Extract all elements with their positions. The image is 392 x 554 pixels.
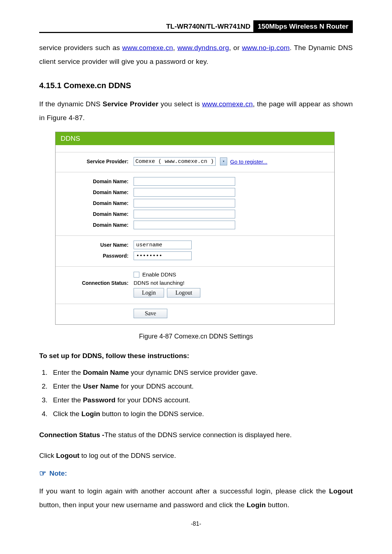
enable-ddns-label: Enable DDNS — [142, 271, 176, 278]
label-domain-3: Domain Name: — [56, 200, 134, 206]
login-button[interactable]: Login — [134, 288, 164, 297]
page-number: -81- — [39, 521, 353, 527]
instructions-heading: To set up for DDNS, follow these instruc… — [39, 352, 353, 360]
label-username: User Name: — [56, 242, 134, 248]
label-password: Password: — [56, 253, 134, 259]
label-domain-5: Domain Name: — [56, 222, 134, 228]
go-to-register-link[interactable]: Go to register... — [230, 159, 268, 165]
chevron-down-icon[interactable]: ▾ — [220, 157, 227, 165]
page-header: TL-WR740N/TL-WR741ND 150Mbps Wireless N … — [39, 20, 353, 33]
ddns-panel: DDNS Service Provider: Comexe ( www.come… — [55, 132, 335, 325]
header-model: TL-WR740N/TL-WR741ND — [39, 20, 253, 32]
label-domain-2: Domain Name: — [56, 189, 134, 195]
label-connection-status: Connection Status: — [56, 280, 134, 286]
step-1: Enter the Domain Name your dynamic DNS s… — [49, 366, 353, 379]
save-button[interactable]: Save — [134, 309, 167, 318]
section-heading: 4.15.1 Comexe.cn DDNS — [39, 81, 353, 90]
domain-name-input-3[interactable] — [134, 199, 235, 208]
step-2: Enter the User Name for your DDNS accoun… — [49, 379, 353, 393]
label-domain-1: Domain Name: — [56, 178, 134, 184]
domain-name-input-4[interactable] — [134, 210, 235, 218]
link-comexe[interactable]: www.comexe.cn — [122, 44, 173, 52]
intro-paragraph: service providers such as www.comexe.cn,… — [39, 41, 353, 69]
logout-desc: Click Logout to log out of the DDNS serv… — [39, 449, 353, 463]
figure-caption: Figure 4-87 Comexe.cn DDNS Settings — [39, 333, 353, 340]
header-product: 150Mbps Wireless N Router — [253, 20, 353, 32]
password-input[interactable] — [134, 251, 192, 260]
label-service-provider: Service Provider: — [56, 159, 134, 164]
domain-name-input-2[interactable] — [134, 188, 235, 197]
connection-status-desc: Connection Status -The status of the DDN… — [39, 428, 353, 442]
link-noip[interactable]: www.no-ip.com — [242, 44, 290, 52]
link-dyndns[interactable]: www.dyndns.org — [177, 44, 229, 52]
instructions-list: Enter the Domain Name your dynamic DNS s… — [39, 366, 353, 421]
link-comexe-2[interactable]: www.comexe.cn — [202, 100, 253, 108]
domain-name-input-5[interactable] — [134, 221, 235, 229]
logout-button[interactable]: Logout — [167, 288, 200, 297]
note-heading: ☞ Note: — [39, 469, 353, 477]
panel-title: DDNS — [56, 132, 334, 145]
service-provider-select[interactable]: Comexe ( www.comexe.cn ) — [134, 157, 216, 166]
domain-name-input-1[interactable] — [134, 177, 235, 186]
step-4: Click the Login button to login the DDNS… — [49, 407, 353, 421]
username-input[interactable] — [134, 241, 192, 249]
enable-ddns-checkbox[interactable] — [134, 272, 139, 278]
section-paragraph: If the dynamic DNS Service Provider you … — [39, 97, 353, 125]
label-domain-4: Domain Name: — [56, 211, 134, 217]
step-3: Enter the Password for your DDNS account… — [49, 393, 353, 407]
note-paragraph: If you want to login again with another … — [39, 484, 353, 512]
connection-status-value: DDNS not launching! — [134, 280, 184, 286]
note-icon: ☞ — [39, 469, 46, 477]
